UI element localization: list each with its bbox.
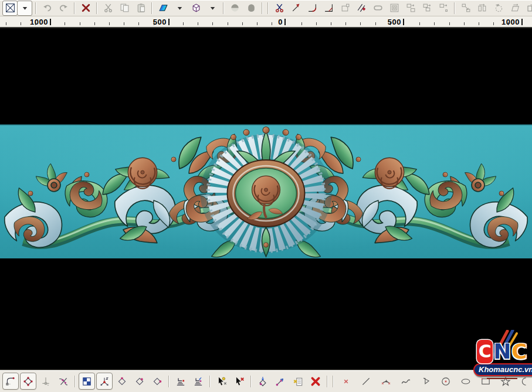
snap-tangent-button[interactable] — [55, 373, 72, 390]
relief-half-dome-button — [227, 1, 242, 16]
relief-dome-button — [243, 1, 259, 16]
draw-point-icon — [341, 376, 351, 387]
view-cube-icon — [191, 3, 201, 13]
viewport[interactable] — [0, 28, 532, 370]
top-toolbar — [0, 0, 532, 16]
fillet-round-button[interactable] — [304, 1, 320, 16]
relief-artwork — [0, 124, 532, 258]
toolbar-separator — [267, 2, 269, 14]
draw-circle-button[interactable] — [438, 373, 454, 390]
watermark-cnc-text: C N C — [473, 339, 531, 364]
ruler-label: 0 — [278, 18, 284, 26]
extend-curve-button[interactable] — [288, 1, 303, 16]
ruler-tick — [212, 22, 213, 25]
move-node-button[interactable] — [255, 373, 271, 390]
pick-point-button[interactable] — [214, 373, 230, 390]
offset-corner-button — [337, 1, 353, 16]
shear-icon — [510, 3, 520, 13]
trim-curve-button[interactable] — [272, 1, 287, 16]
fillet-round-icon — [307, 3, 317, 13]
ruler-tick — [419, 22, 420, 25]
mirror-diagonal-button[interactable] — [354, 1, 369, 16]
undo-button — [39, 1, 55, 16]
draw-polygon-button[interactable] — [418, 373, 434, 390]
properties-button[interactable] — [290, 373, 306, 390]
pick-delete-icon — [234, 376, 245, 387]
axis-snap-toggle[interactable] — [96, 373, 113, 390]
ruler-tick — [493, 22, 494, 25]
copy-point-icon — [439, 3, 449, 13]
align-bottom-button[interactable] — [172, 373, 189, 390]
ruler-label: 1000 — [501, 18, 521, 26]
offset-rings-icon — [389, 3, 399, 13]
quadrant-top-icon — [117, 376, 127, 387]
watermark-badge: Khomaucnc.vn — [473, 363, 532, 376]
ruler-tick — [257, 22, 257, 25]
top-toolbar-items — [2, 1, 532, 16]
scale-button — [458, 1, 473, 16]
toolbar-separator — [209, 376, 211, 387]
bottom-toolbar-items — [2, 373, 532, 390]
scale-icon — [461, 3, 471, 13]
draw-curve-button[interactable] — [398, 373, 414, 390]
slot-tool-button — [370, 1, 385, 16]
measure-button[interactable] — [272, 373, 289, 390]
selection-mode-dropdown[interactable] — [17, 1, 32, 16]
move-node-icon — [257, 376, 268, 387]
draw-ellipse-button[interactable] — [458, 373, 474, 390]
watermark-letter-n: N — [493, 340, 511, 363]
toolbar-separator — [333, 376, 334, 387]
paste-icon — [136, 3, 146, 13]
snap-curve-toggle[interactable] — [2, 373, 19, 390]
snap-node-toggle[interactable] — [20, 373, 36, 390]
copy-button — [117, 1, 132, 16]
grid-snap-toggle[interactable] — [79, 373, 95, 390]
selection-mode-icon — [5, 3, 15, 13]
slot-tool-icon — [373, 3, 383, 13]
quadrant-corner-button[interactable] — [131, 373, 148, 390]
ruler-major-tick — [50, 19, 51, 25]
quadrant-top-button[interactable] — [114, 373, 130, 390]
ruler-tick — [316, 22, 317, 25]
selection-mode-button[interactable] — [2, 1, 18, 16]
bottom-toolbar — [0, 370, 532, 392]
draw-line-icon — [361, 376, 371, 387]
toolbar-separator — [74, 2, 75, 14]
trim-curve-icon — [275, 3, 284, 13]
draw-arc-button[interactable] — [378, 373, 394, 390]
draw-curve-icon — [401, 376, 411, 387]
ruler-tick — [272, 22, 272, 25]
fillet-chamfer-button[interactable] — [321, 1, 336, 16]
delete-all-button[interactable] — [307, 373, 324, 390]
delete-button[interactable] — [78, 1, 93, 16]
ruler-tick — [375, 22, 376, 25]
horizontal-ruler: 100050005001000 — [0, 16, 532, 28]
draw-line-button[interactable] — [358, 373, 374, 390]
grid-snap-icon — [82, 376, 92, 387]
draw-circle-icon — [440, 376, 451, 387]
ruler-tick — [65, 22, 65, 25]
toolbar-separator — [74, 376, 76, 387]
copy-translate-button — [403, 1, 418, 16]
ruler-tick — [124, 22, 124, 25]
ruler-tick — [434, 22, 435, 25]
align-arrow-button[interactable] — [190, 373, 206, 390]
watermark-domain: Khomaucnc.vn — [479, 365, 532, 374]
surface-color-dropdown[interactable] — [172, 1, 187, 16]
delete-all-icon — [310, 376, 321, 387]
draw-point-button[interactable] — [338, 373, 354, 390]
relief-half-dome-icon — [230, 3, 240, 13]
view-cube-dropdown[interactable] — [205, 1, 220, 16]
pick-delete-button[interactable] — [231, 373, 248, 390]
toolbar-separator — [151, 2, 153, 14]
quadrant-right-button[interactable] — [149, 373, 165, 390]
ruler-tick — [345, 22, 346, 25]
surface-color-button[interactable] — [155, 1, 171, 16]
draw-ellipse-icon — [460, 376, 471, 387]
draw-arc-icon — [381, 376, 391, 387]
view-cube-button[interactable] — [188, 1, 204, 16]
ruler-tick — [228, 22, 228, 25]
mirror-diagonal-icon — [357, 3, 367, 13]
watermark-logo: C N C Khomaucnc.vn — [473, 339, 531, 379]
mirror-icon — [477, 3, 487, 13]
